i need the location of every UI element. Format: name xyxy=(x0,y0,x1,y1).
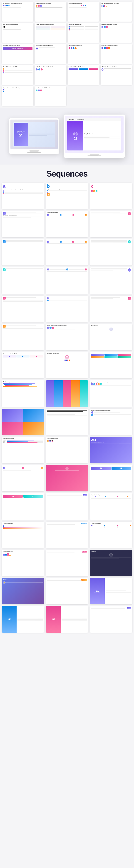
slide-m29[interactable]: Key Time In A Technology ⌚ 💻 📱 xyxy=(46,437,88,463)
slide-m44[interactable]: Reputation xyxy=(46,578,88,604)
slide-thumb-15[interactable]: Marketing? It's Easy If You Do It Smart xyxy=(68,65,99,85)
slide-m35[interactable]: Loyalty xyxy=(46,493,88,520)
hero-slide-num: 02 xyxy=(74,137,77,140)
slide-m6[interactable]: 01 One Day Plan xyxy=(90,211,132,237)
slide-m10[interactable]: 03 xyxy=(2,267,44,293)
slide-m13[interactable]: 04 xyxy=(2,296,44,322)
slide-thumb-10[interactable]: Quick And Easy Fix For Your Marketing xyxy=(35,44,66,64)
slide-thumb-6[interactable]: 4 Things To Do About Presentation Design xyxy=(35,23,66,43)
slide-m41[interactable]: Freelance xyxy=(46,550,88,576)
slide-m42[interactable]: Problem ? xyxy=(90,550,132,576)
slide-thumb-4[interactable]: How To Take The Headache Out Of Sales xyxy=(101,2,132,22)
slide-m19[interactable]: Presentation Design Fast And Easy xyxy=(2,352,44,378)
slide-thumb-1[interactable]: Are You Making These Sales Mistakes? xyxy=(2,2,33,22)
slide-thumb-8[interactable]: Boost Your Design With Three Tips xyxy=(101,23,132,43)
top-slide-grid: Are You Making These Sales Mistakes? 3 W… xyxy=(0,0,134,108)
slide-m5[interactable]: Our Business Process xyxy=(46,211,88,237)
slide-m46[interactable]: 02 We Have An Action Plan xyxy=(2,606,44,632)
sequences-title: Sequences xyxy=(0,169,134,179)
slide-m45[interactable]: 01 We Have An Action Plan xyxy=(90,578,132,604)
slide-m24[interactable]: Quick And Easy Fix For Your Marketing xyxy=(90,380,132,407)
slide-m8[interactable] xyxy=(46,239,88,266)
slide-thumb-14[interactable]: Are You Making These Sales Mistakes? ? xyxy=(35,65,66,85)
slide-m17[interactable]: Why Do We Need Professional Presentation… xyxy=(46,324,88,350)
slide-thumb-17[interactable]: 2 Signs a Finance Limitation is Coming xyxy=(2,86,33,106)
hero-slide-sub: Step 02 Name Here xyxy=(84,133,121,134)
main-slide-grid: a Connections & Absolutely Asides: Quick… xyxy=(0,181,134,637)
slide-m16[interactable]: 05 xyxy=(2,324,44,350)
slide-m3[interactable]: c Franchise spaces xyxy=(90,183,132,209)
slide-m31[interactable]: ? ? ? xyxy=(2,465,44,491)
slide-m12[interactable]: ★ xyxy=(90,267,132,293)
slide-m11[interactable] xyxy=(46,267,88,293)
slide-m36[interactable]: Project Timeline Layout xyxy=(90,493,132,520)
slide-m34[interactable]: 04 03 xyxy=(2,493,44,520)
slide-m37[interactable]: Project Timeline Layout xyxy=(2,522,44,548)
slide-m22[interactable]: Roadmap Layout xyxy=(2,380,44,407)
slide-m7[interactable]: 02 xyxy=(2,239,44,266)
slide-thumb-7[interactable]: Cracking The Marketing Code xyxy=(68,23,99,43)
slide-m4[interactable]: 01 Why Do We Need Professional Presentat… xyxy=(2,211,44,237)
slide-m25[interactable] xyxy=(2,409,44,435)
slide-m20[interactable]: We Deliver 360 Solution 360 xyxy=(46,352,88,378)
slide-m28[interactable]: Educational Skill Board Reading Writing xyxy=(2,437,44,463)
slide-m9[interactable]: 02 xyxy=(90,239,132,266)
slide-m18[interactable]: Ask Yourself ? xyxy=(90,324,132,350)
slide-thumb-5[interactable]: Boost Your Design With These Tips xyxy=(2,23,33,43)
slide-m39[interactable]: Project Timeline Layout xyxy=(90,522,132,548)
slide-thumb-11[interactable]: Who Else Wants To Enjoy Sales xyxy=(68,44,99,64)
slide-m33[interactable]: 01 02 xyxy=(90,465,132,491)
slide-thumb-18[interactable]: Boost Your Design With Three Tips xyxy=(35,86,66,106)
slide-m48[interactable]: Liability xyxy=(90,606,132,632)
page-wrapper: Are You Making These Sales Mistakes? 3 W… xyxy=(0,0,134,637)
slide-thumb-9[interactable]: How To Take The Headache Out Of Sales Im… xyxy=(2,44,33,64)
slide-thumb-16[interactable]: A Behind-the-Scenes Look at Hamm xyxy=(101,65,132,85)
slide-m21[interactable] xyxy=(90,352,132,378)
slide-thumb-13[interactable]: 3 Ways To Immediately Start Selling xyxy=(2,65,33,85)
monitor-left: We Hem An Action Plan 01 xyxy=(9,118,59,154)
slide-thumb-2[interactable]: 3 Ways To Immediately Start Selling xyxy=(35,2,66,22)
slide-m38[interactable]: Community xyxy=(46,522,88,548)
slide-m30[interactable]: 25+ Contact Slide Video Content For You xyxy=(90,437,132,463)
slide-m2[interactable]: b They Won't Either Use Bold Message ▶ xyxy=(46,183,88,209)
slide-thumb-3[interactable]: Who Else Wants To Enjoy Sales xyxy=(68,2,99,22)
monitor-right: We Have An Action Plan Step 02Name Here … xyxy=(64,115,125,157)
slide-m43[interactable]: Solution ⚡ xyxy=(2,578,44,604)
slide-m40[interactable]: Project Timeline Layout xyxy=(2,550,44,576)
slide-m15[interactable]: ! xyxy=(90,296,132,322)
slide-m26[interactable] xyxy=(46,409,88,435)
slide-m32[interactable]: ▼ xyxy=(46,465,88,491)
slide-m23[interactable] xyxy=(46,380,88,407)
hero-slide-title: We Have An Action Plan xyxy=(67,118,121,121)
slide-thumb-12[interactable]: Create: The 5 Ways Professionals Do xyxy=(101,44,132,64)
slide-m14[interactable] xyxy=(46,296,88,322)
hero-section: We Hem An Action Plan 01 xyxy=(0,108,134,164)
slide-m1[interactable]: a Connections & Absolutely Asides: Quick… xyxy=(2,183,44,209)
slide-m47[interactable]: 03 We Have An Action Plan xyxy=(46,606,88,632)
sequences-section: Sequences xyxy=(0,164,134,181)
slide-m27[interactable]: Why Do We Need Professional Presentation… xyxy=(90,409,132,435)
